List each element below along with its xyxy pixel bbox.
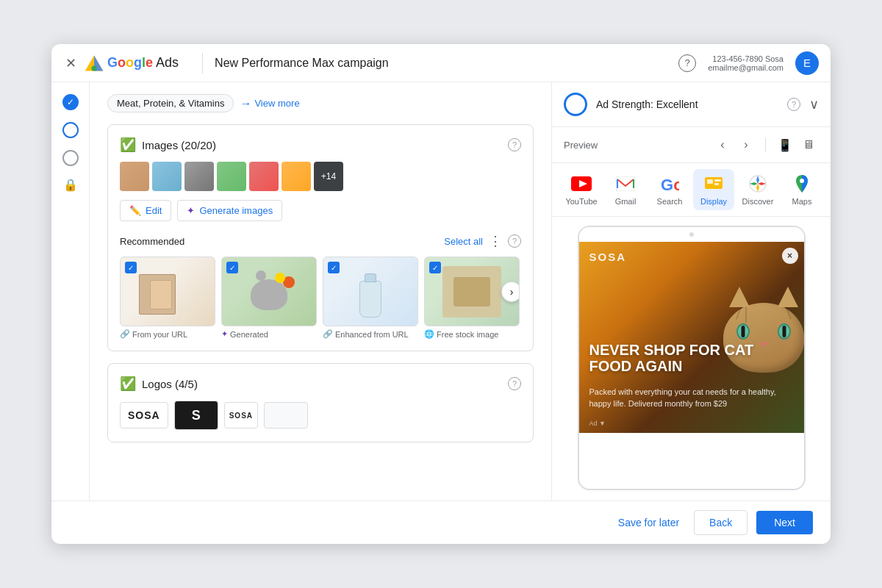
- sidebar-step-3-icon: [62, 150, 79, 166]
- image-label-3: 🔗 Enhanced from URL: [323, 329, 418, 339]
- logos-row: SOSA S SOSA: [120, 401, 521, 430]
- account-info: 123-456-7890 Sosa emailme@gmail.com: [708, 54, 784, 72]
- logo-2: S: [174, 401, 218, 430]
- ad-strength-label: Ad Strength: Excellent: [596, 98, 778, 110]
- ad-headline: NEVER SHOP FOR CAT FOOD AGAIN: [589, 342, 794, 374]
- page-title: New Performance Max campaign: [215, 57, 678, 70]
- sidebar: ✓ 🔒: [51, 82, 90, 501]
- desktop-device-button[interactable]: 🖥: [798, 135, 819, 155]
- tab-discover[interactable]: Discover: [737, 169, 778, 210]
- preview-prev-button[interactable]: ‹: [712, 135, 733, 155]
- sparkle-icon: ✦: [187, 205, 195, 216]
- image-checkbox-1[interactable]: ✓: [125, 262, 137, 273]
- strength-circle-icon: [564, 93, 587, 116]
- thumbnail-4: [217, 162, 246, 191]
- logo-4: [264, 402, 308, 429]
- edit-icon: ✏️: [129, 205, 141, 216]
- recommended-header: Recommended Select all ⋮ ?: [120, 233, 521, 249]
- preview-header: Preview ‹ › 📱 🖥: [552, 127, 831, 163]
- images-section-header: ✅ Images (20/20) ?: [120, 137, 521, 153]
- more-options-icon[interactable]: ⋮: [489, 233, 502, 249]
- tablet-camera-dot: [689, 232, 694, 237]
- gmail-icon: [615, 173, 636, 194]
- main-content: Meat, Protein, & Vitamins → View more ✅ …: [90, 82, 551, 501]
- image-preview-2[interactable]: ✓: [221, 257, 317, 326]
- avatar[interactable]: E: [795, 51, 819, 75]
- image-label-2: ✦ Generated: [221, 329, 317, 339]
- strength-help-icon[interactable]: ?: [787, 98, 800, 111]
- select-all-button[interactable]: Select all: [444, 236, 483, 247]
- logos-title-row: ✅ Logos (4/5): [120, 376, 198, 392]
- app-window: ✕ Google Ads New Performance Max campaig…: [51, 44, 831, 544]
- header-right: ? 123-456-7890 Sosa emailme@gmail.com E: [678, 51, 819, 75]
- generate-images-button[interactable]: ✦ Generate images: [177, 200, 282, 221]
- thumbnail-1: [120, 162, 149, 191]
- header: ✕ Google Ads New Performance Max campaig…: [51, 44, 831, 82]
- svg-point-2: [92, 65, 97, 71]
- tab-youtube[interactable]: YouTube: [561, 169, 602, 210]
- preview-nav: ‹ › 📱 🖥: [712, 135, 819, 155]
- thumbnail-6: [282, 162, 311, 191]
- recommended-help-icon[interactable]: ?: [508, 234, 521, 248]
- breadcrumb: Meat, Protein, & Vitamins → View more: [107, 94, 534, 112]
- google-ads-logo-icon: [84, 53, 104, 74]
- scroll-right-arrow[interactable]: ›: [501, 282, 520, 302]
- edit-button[interactable]: ✏️ Edit: [120, 200, 171, 221]
- svg-text:Google: Google: [661, 176, 679, 193]
- view-more-label: View more: [254, 98, 299, 109]
- view-more-link[interactable]: → View more: [240, 97, 299, 110]
- tab-search[interactable]: Google Search: [649, 169, 690, 210]
- svg-rect-11: [714, 179, 721, 182]
- sidebar-step-1-icon: ✓: [62, 94, 79, 110]
- breadcrumb-tag: Meat, Protein, & Vitamins: [107, 94, 234, 112]
- image-preview-1[interactable]: ✓: [120, 257, 215, 326]
- help-icon[interactable]: ?: [678, 54, 696, 72]
- svg-rect-5: [616, 176, 635, 191]
- action-buttons: ✏️ Edit ✦ Generate images: [120, 200, 521, 221]
- image-item-4: ✓ › 🌐 Free stock image: [424, 257, 520, 339]
- ad-badge: Ad ▼: [589, 420, 606, 427]
- tablet-frame: SOSA ×: [578, 226, 806, 490]
- cat-ear-left: [729, 287, 750, 307]
- logos-title: Logos (4/5): [142, 378, 198, 390]
- sparkle-icon-2: ✦: [221, 329, 228, 339]
- google-ads-label: Google Ads: [107, 55, 179, 71]
- image-item-3: ✓ 🔗: [323, 257, 418, 339]
- strength-chevron-icon[interactable]: ∨: [809, 96, 819, 112]
- thumbnails-more: +14: [314, 162, 343, 191]
- svg-rect-10: [707, 179, 713, 184]
- maps-label: Maps: [792, 197, 812, 206]
- thumbnail-2: [152, 162, 182, 191]
- image-item-2: ✓: [221, 257, 317, 339]
- tab-maps[interactable]: Maps: [781, 169, 822, 210]
- mobile-device-button[interactable]: 📱: [775, 135, 795, 155]
- svg-rect-12: [714, 183, 719, 185]
- ad-background: SOSA ×: [579, 242, 804, 433]
- account-email: emailme@gmail.com: [708, 63, 784, 72]
- image-preview-3[interactable]: ✓: [323, 257, 418, 326]
- discover-icon: [747, 173, 768, 194]
- preview-next-button[interactable]: ›: [736, 135, 756, 155]
- logos-help-icon[interactable]: ?: [508, 377, 521, 390]
- images-title-row: ✅ Images (20/20): [120, 137, 216, 153]
- image-grid-wrapper: ✓ 🔗: [120, 257, 521, 339]
- image-checkbox-4[interactable]: ✓: [429, 262, 441, 273]
- tab-gmail[interactable]: Gmail: [605, 169, 646, 210]
- image-checkbox-3[interactable]: ✓: [328, 262, 340, 273]
- ad-container: SOSA ×: [579, 242, 804, 433]
- save-for-later-button[interactable]: Save for later: [612, 511, 685, 534]
- image-preview-4[interactable]: ✓ ›: [424, 257, 520, 326]
- device-divider: [765, 137, 766, 152]
- close-button[interactable]: ✕: [63, 56, 78, 71]
- image-checkbox-2[interactable]: ✓: [226, 262, 238, 273]
- thumbnail-5: [249, 162, 279, 191]
- image-label-1: 🔗 From your URL: [120, 329, 215, 339]
- image-grid: ✓ 🔗: [120, 257, 521, 339]
- body: ✓ 🔒 Meat, Protein, & Vitamins → View mor…: [51, 82, 831, 501]
- gmail-label: Gmail: [615, 197, 637, 206]
- next-button[interactable]: Next: [756, 511, 813, 534]
- images-help-icon[interactable]: ?: [508, 138, 521, 151]
- tab-display[interactable]: Display: [693, 169, 734, 210]
- back-button[interactable]: Back: [694, 510, 747, 535]
- search-platform-icon: Google: [659, 173, 680, 194]
